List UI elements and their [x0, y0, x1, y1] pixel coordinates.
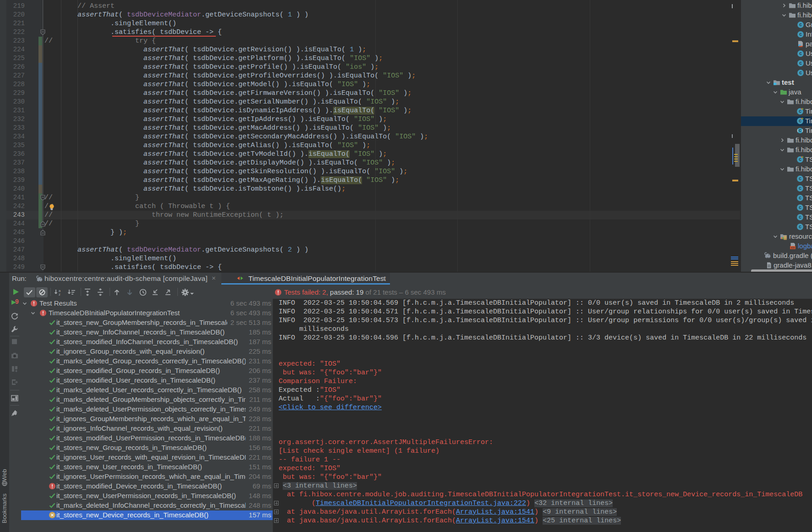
svg-text:C: C — [799, 186, 801, 191]
svg-text:C: C — [799, 119, 801, 124]
svg-text:C: C — [799, 22, 802, 27]
svg-text:C: C — [799, 109, 801, 114]
svg-text:C: C — [799, 196, 801, 201]
svg-text:C: C — [799, 61, 802, 66]
svg-text:C: C — [799, 71, 802, 76]
svg-text:<>: <> — [791, 247, 795, 250]
svg-text:C: C — [799, 225, 801, 230]
svg-text:C: C — [799, 129, 801, 133]
svg-text:C: C — [799, 32, 802, 37]
svg-text:C: C — [799, 157, 801, 162]
svg-text:C: C — [799, 176, 801, 181]
svg-text:C: C — [799, 215, 801, 220]
svg-text:z: z — [59, 292, 60, 296]
svg-text:C: C — [799, 51, 802, 56]
svg-text:C: C — [799, 205, 801, 210]
